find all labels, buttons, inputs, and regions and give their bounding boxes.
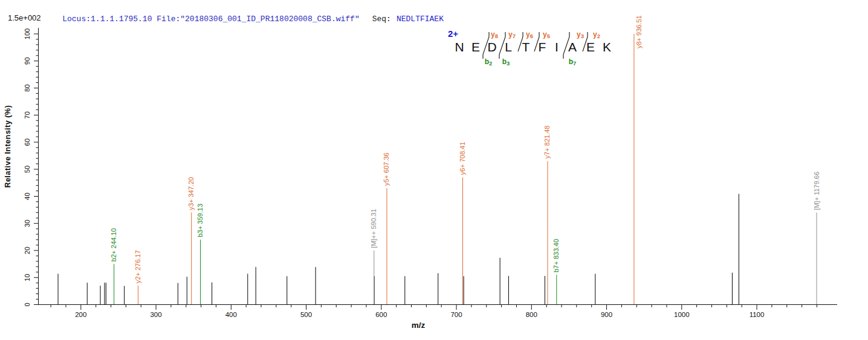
- y-tick-label: 30: [24, 220, 31, 227]
- x-tick-label: 600: [375, 311, 387, 318]
- peak-label-text: y7+ 821.48: [543, 126, 551, 159]
- header: Locus:1.1.1.1795.10 File:"20180306_001_I…: [44, 5, 444, 33]
- peak-label-text: y3+ 347.20: [187, 177, 195, 211]
- annotated-peaks-group: b2+ 244.10y2+ 276.17y3+ 347.20b3+ 359.13…: [110, 15, 820, 304]
- peak-label: [M]++ 590.31: [370, 209, 377, 248]
- x-tick-label: 1100: [750, 311, 765, 318]
- sequence-annotation: 2+NEDLTFIAEKy8y7y6y5y3y2b2b3b7: [448, 28, 611, 67]
- y-tick-label-text: 100: [24, 28, 31, 39]
- x-tick-label: 900: [601, 311, 612, 318]
- y-axis-title: Relative Intensity (%): [4, 105, 12, 188]
- peak-label: [M]+ 1179.66: [813, 172, 820, 211]
- peak-label-text: y6+ 708.41: [459, 142, 466, 175]
- y-tick-label: 80: [24, 84, 31, 91]
- peak-label-text: b2+ 244.10: [110, 228, 117, 261]
- seq-value: NEDLTFIAEK: [397, 15, 444, 24]
- y-tick-label-text: 10: [24, 274, 31, 281]
- peak-label: y6+ 708.41: [459, 142, 466, 175]
- axes: [38, 28, 837, 305]
- peak-label-text: b3+ 359.13: [196, 204, 204, 237]
- y-tick-label: 40: [24, 192, 31, 200]
- ion-label: y2: [593, 30, 600, 39]
- ion-label: y8: [491, 30, 498, 39]
- residue-letter: L: [505, 40, 512, 54]
- residue-letter: D: [487, 40, 496, 54]
- ion-label: b3: [502, 57, 510, 67]
- ion-label: y5: [543, 30, 551, 39]
- peak-label: b7+ 833.40: [552, 239, 560, 272]
- seq-label: Seq:: [372, 15, 391, 24]
- y-tick-label-text: 60: [24, 139, 31, 146]
- y-tick-label: 100: [24, 28, 31, 39]
- residue-letter: E: [586, 40, 595, 54]
- peak-label: b3+ 359.13: [196, 204, 204, 237]
- peak-label: y2+ 276.17: [134, 250, 141, 283]
- residue-letter: N: [455, 40, 464, 54]
- residue-letter: E: [471, 40, 480, 54]
- y-tick-label-text: 20: [24, 247, 31, 254]
- y-tick-label: 60: [24, 139, 31, 146]
- y-tick-label-text: 50: [24, 166, 31, 173]
- y-tick-label: 50: [24, 166, 31, 173]
- precursor-charge-label: 2+: [448, 28, 458, 39]
- residue-letter: T: [522, 40, 530, 54]
- y-tick-label-text: 80: [24, 84, 31, 91]
- ms2-spectrum-viewer: Locus:1.1.1.1795.10 File:"20180306_001_I…: [0, 0, 868, 340]
- y-tick-label: 20: [24, 247, 31, 254]
- y-tick-label-text: 30: [24, 220, 31, 227]
- y-axis-title-text: Relative Intensity (%): [4, 105, 12, 188]
- peak-label: y5+ 607.36: [383, 152, 390, 186]
- y-tick-label-text: 0: [24, 302, 31, 306]
- x-tick-label: 700: [450, 311, 462, 318]
- peak-label: y3+ 347.20: [187, 177, 195, 211]
- peak-label-text: b7+ 833.40: [552, 239, 560, 272]
- peak-label-text: y2+ 276.17: [134, 250, 141, 283]
- ion-label: y6: [526, 30, 533, 39]
- locus-file-text: Locus:1.1.1.1795.10 File:"20180306_001_I…: [62, 15, 359, 24]
- peak-label-text: y5+ 607.36: [383, 152, 390, 186]
- ms2-spectrum-chart[interactable]: 0102030405060708090100200300400500600700…: [0, 0, 868, 340]
- x-tick-label: 500: [300, 311, 312, 318]
- peak-label-text: y8+ 936.51: [635, 15, 643, 48]
- y-tick-label: 70: [24, 111, 31, 119]
- x-tick-label: 300: [150, 311, 161, 318]
- ion-label: y3: [577, 30, 584, 39]
- residue-letter: I: [555, 40, 559, 54]
- residue-letter: F: [539, 40, 546, 54]
- peak-label-text: [M]++ 590.31: [370, 209, 377, 248]
- x-axis-title: m/z: [412, 321, 426, 330]
- x-axis-ticks: 20030040050060070080090010001100: [51, 305, 817, 319]
- y-tick-label-text: 90: [24, 57, 31, 65]
- x-tick-label: 800: [526, 311, 537, 318]
- ion-label: b7: [569, 57, 577, 67]
- x-tick-label: 400: [225, 311, 237, 318]
- peaks-group: [58, 194, 739, 304]
- peak-label: y7+ 821.48: [543, 126, 551, 159]
- peak-label: b2+ 244.10: [110, 228, 117, 261]
- residue-letter: K: [603, 40, 611, 54]
- y-tick-label: 0: [24, 302, 31, 306]
- intensity-scale-label: 1.5e+002: [8, 13, 41, 22]
- x-tick-label: 1000: [674, 311, 690, 318]
- peak-label-text: [M]+ 1179.66: [813, 172, 820, 211]
- y-tick-label-text: 40: [24, 192, 31, 200]
- y-tick-label: 90: [24, 57, 31, 65]
- y-tick-label: 10: [24, 274, 31, 281]
- y-tick-label-text: 70: [24, 111, 31, 119]
- x-tick-label: 200: [75, 311, 86, 318]
- y-axis-ticks: 0102030405060708090100: [24, 28, 38, 307]
- peak-label: y8+ 936.51: [635, 15, 643, 48]
- ion-label: y7: [508, 30, 516, 39]
- residue-letter: A: [568, 40, 577, 54]
- ion-label: b2: [485, 57, 493, 67]
